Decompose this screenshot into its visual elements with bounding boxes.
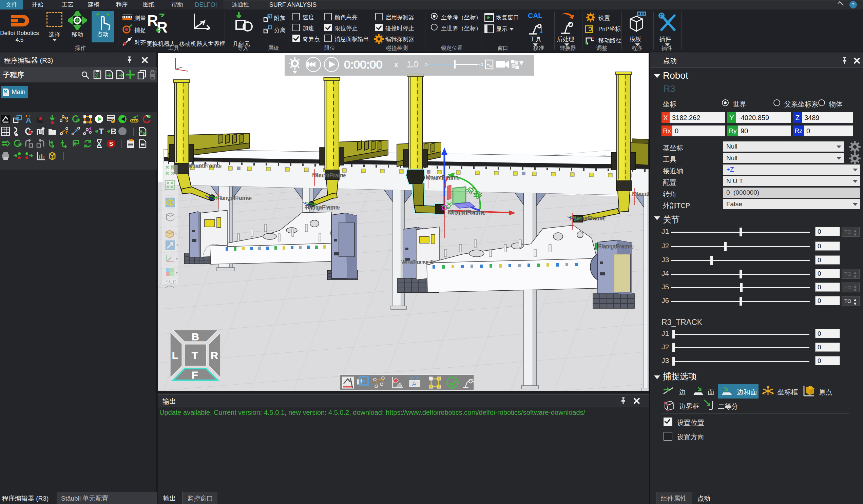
svg-text:MountFrame: MountFrame (449, 209, 486, 216)
svg-text:MountFrame: MountFrame (313, 172, 346, 179)
svg-text:S: S (109, 141, 113, 147)
svg-text:1.0: 1.0 (407, 60, 418, 69)
svg-text:L: L (172, 350, 178, 361)
svg-text:F: F (192, 369, 198, 380)
svg-text:MountFrame: MountFrame (633, 191, 649, 198)
svg-text:B: B (111, 127, 116, 136)
svg-text:S: S (143, 131, 146, 136)
svg-text:x: x (395, 61, 398, 68)
svg-text:T: T (99, 127, 104, 136)
svg-text:MountFrame: MountFrame (427, 175, 460, 181)
svg-text:R: R (211, 350, 218, 361)
svg-text:FlangeFrame: FlangeFrame (217, 195, 252, 201)
svg-text:B: B (192, 331, 199, 342)
svg-text:SUB: SUB (165, 279, 177, 285)
svg-text:WPaFrame_1: WPaFrame_1 (403, 259, 434, 265)
svg-text:0:00:00: 0:00:00 (344, 58, 382, 71)
svg-text:FlangeFrame: FlangeFrame (599, 243, 634, 250)
svg-text:FlangeFrame: FlangeFrame (571, 215, 605, 222)
svg-text:A: A (26, 116, 31, 124)
svg-text:M: M (4, 89, 7, 93)
svg-text:T: T (192, 350, 198, 361)
svg-text:MountFrame: MountFrame (189, 163, 222, 169)
svg-text:A: A (412, 379, 417, 388)
